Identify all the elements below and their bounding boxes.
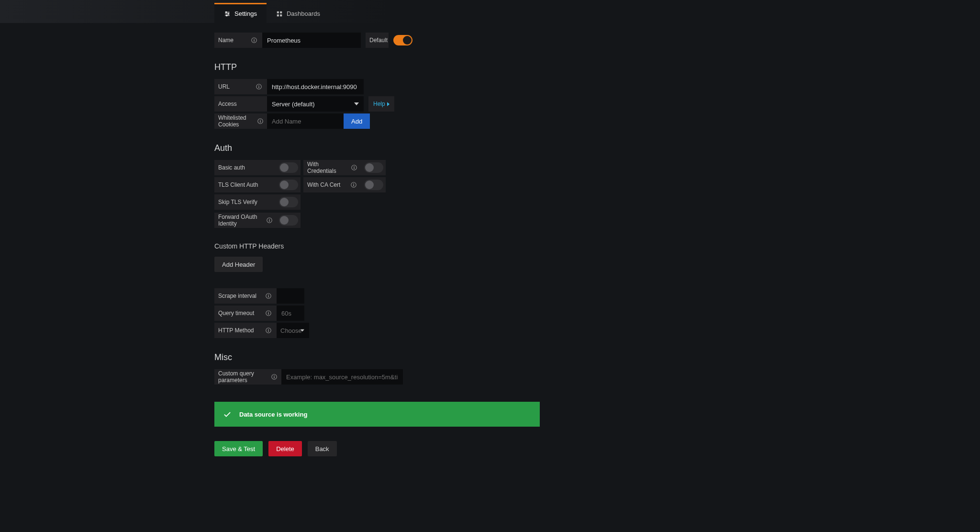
tab-dashboards[interactable]: Dashboards: [267, 3, 330, 23]
delete-button[interactable]: Delete: [268, 441, 302, 456]
tabs: Settings Dashboards: [214, 3, 330, 23]
svg-rect-9: [280, 14, 282, 16]
svg-rect-26: [269, 220, 270, 222]
with-ca-cert-toggle[interactable]: [364, 180, 383, 190]
url-label: URL: [214, 79, 267, 94]
svg-rect-18: [260, 120, 261, 121]
basic-auth-label: Basic auth: [214, 160, 277, 175]
tab-settings[interactable]: Settings: [214, 3, 267, 23]
info-icon[interactable]: [264, 310, 273, 316]
svg-rect-14: [258, 86, 259, 88]
info-icon[interactable]: [349, 182, 358, 188]
svg-rect-21: [354, 166, 355, 167]
query-timeout-label: Query timeout: [214, 306, 277, 321]
svg-rect-7: [280, 11, 282, 13]
cookies-label: Whitelisted Cookies: [214, 113, 267, 129]
info-icon[interactable]: [250, 37, 258, 43]
scrape-interval-label: Scrape interval: [214, 288, 277, 304]
grid-icon: [276, 11, 283, 17]
scrape-interval-input[interactable]: [277, 288, 304, 304]
svg-point-5: [226, 15, 227, 16]
forward-oauth-label: Forward OAuth Identity: [214, 213, 277, 228]
default-label: Default: [366, 33, 389, 48]
http-method-select[interactable]: Choose: [277, 323, 309, 338]
custom-http-headers-heading: Custom HTTP Headers: [214, 242, 541, 250]
name-input[interactable]: [262, 33, 361, 48]
svg-rect-11: [254, 40, 255, 42]
svg-rect-15: [258, 85, 259, 86]
access-label: Access: [214, 96, 267, 112]
help-link[interactable]: Help: [368, 96, 394, 112]
svg-rect-27: [269, 219, 270, 220]
access-select[interactable]: Server (default): [267, 96, 364, 112]
info-icon[interactable]: [266, 217, 273, 223]
name-label: Name: [214, 33, 262, 48]
with-ca-cert-label: With CA Cert: [303, 177, 362, 192]
svg-rect-38: [274, 376, 275, 378]
with-credentials-label: With Credentials: [303, 160, 362, 175]
default-switch-cell: [389, 33, 412, 48]
tab-settings-label: Settings: [234, 10, 257, 17]
svg-rect-20: [354, 167, 355, 169]
info-icon[interactable]: [350, 165, 358, 170]
svg-rect-32: [268, 313, 269, 315]
svg-rect-29: [268, 295, 269, 297]
info-icon[interactable]: [255, 84, 263, 90]
svg-point-4: [228, 13, 229, 14]
add-cookie-button[interactable]: Add: [344, 113, 370, 129]
back-button[interactable]: Back: [308, 441, 337, 456]
action-buttons: Save & Test Delete Back: [214, 441, 541, 456]
custom-query-parameters-input[interactable]: [281, 369, 403, 385]
sliders-icon: [224, 11, 231, 17]
alert-success: Data source is working: [214, 402, 540, 427]
svg-rect-35: [268, 330, 269, 332]
basic-auth-toggle[interactable]: [279, 162, 298, 173]
check-icon: [223, 410, 232, 419]
info-icon[interactable]: [264, 293, 273, 299]
http-method-label: HTTP Method: [214, 323, 277, 338]
caret-down-icon: [354, 102, 359, 105]
svg-rect-6: [277, 11, 279, 13]
info-icon[interactable]: [271, 374, 278, 380]
default-toggle[interactable]: [393, 35, 412, 45]
skip-tls-verify-toggle[interactable]: [279, 197, 298, 207]
tls-client-auth-toggle[interactable]: [279, 180, 298, 190]
http-heading: HTTP: [214, 62, 541, 72]
svg-point-3: [226, 11, 227, 12]
svg-rect-12: [254, 39, 255, 40]
with-credentials-toggle[interactable]: [364, 162, 383, 173]
misc-heading: Misc: [214, 352, 541, 362]
custom-query-parameters-label: Custom query parameters: [214, 369, 281, 385]
info-icon[interactable]: [257, 118, 263, 124]
name-row: Name Default: [214, 33, 541, 48]
auth-heading: Auth: [214, 143, 541, 153]
svg-rect-17: [260, 121, 261, 123]
svg-rect-39: [274, 375, 275, 376]
svg-rect-33: [268, 312, 269, 313]
tab-dashboards-label: Dashboards: [287, 10, 320, 17]
svg-rect-30: [268, 294, 269, 295]
chevron-right-icon: [387, 102, 390, 106]
forward-oauth-toggle[interactable]: [279, 215, 298, 226]
svg-rect-23: [353, 184, 354, 186]
skip-tls-verify-label: Skip TLS Verify: [214, 194, 277, 210]
svg-rect-24: [353, 183, 354, 184]
info-icon[interactable]: [264, 328, 273, 333]
svg-rect-36: [268, 329, 269, 330]
svg-rect-8: [277, 14, 279, 16]
alert-text: Data source is working: [239, 411, 307, 418]
query-timeout-input[interactable]: [277, 306, 304, 321]
save-and-test-button[interactable]: Save & Test: [214, 441, 263, 456]
tls-client-auth-label: TLS Client Auth: [214, 177, 277, 192]
add-header-button[interactable]: Add Header: [214, 257, 263, 272]
url-input[interactable]: [267, 79, 364, 94]
cookies-input[interactable]: [267, 113, 344, 129]
